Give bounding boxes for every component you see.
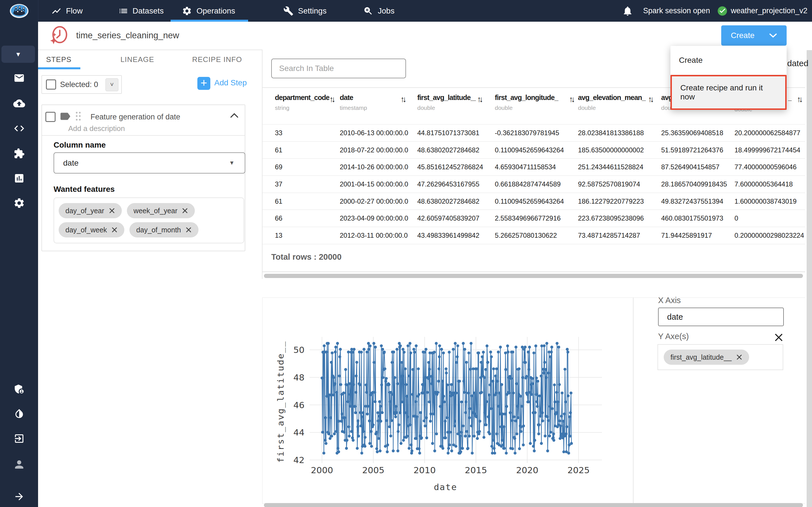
table-row[interactable]: 612000-02-27 00:00:00.048.63802027284682…: [262, 193, 805, 210]
add-step-button[interactable]: Add Step: [214, 78, 247, 87]
nav-label: Datasets: [133, 6, 164, 15]
table-cell: 71.94425891917: [661, 231, 712, 239]
project-name[interactable]: weather_projection_v2: [731, 0, 808, 22]
nav-item-datasets[interactable]: Datasets: [118, 0, 164, 22]
sidebar-item-logout[interactable]: [0, 432, 38, 445]
sidebar-item-settings[interactable]: [0, 196, 38, 210]
timeseries-chart[interactable]: 4244464850200020052010201520202025first_…: [262, 297, 633, 504]
vertical-scrollbar[interactable]: [807, 50, 812, 507]
table-cell: 47.26296453167955: [417, 180, 479, 188]
collapse-step-button[interactable]: [230, 113, 239, 118]
table-cell: 48.63802027284682: [417, 146, 479, 154]
table-row[interactable]: 612018-07-22 00:00:00.048.63802027284682…: [262, 142, 805, 159]
x-axis-input[interactable]: [658, 307, 784, 326]
column-name-value: date: [63, 159, 79, 168]
tab-steps[interactable]: STEPS: [37, 50, 80, 69]
tab-label: RECIPE INFO: [192, 55, 242, 64]
svg-text:2010: 2010: [414, 465, 436, 475]
table-row[interactable]: 372001-04-15 00:00:00.047.26296453167955…: [262, 176, 805, 193]
step-card-feature-generation: Feature generation of date Add a descrip…: [42, 105, 245, 251]
sidebar-item-mail[interactable]: [0, 71, 38, 85]
column-header-first-avg-longitude[interactable]: first_avg_longitude_ double: [495, 94, 568, 111]
sort-icon[interactable]: ↑↓: [797, 95, 801, 104]
notifications-button[interactable]: [622, 0, 633, 22]
table-cell: 186.12279220779223: [578, 198, 644, 205]
chevron-down-icon: ˅: [110, 81, 114, 89]
sidebar-item-charts[interactable]: [0, 172, 38, 185]
add-step-plus-icon[interactable]: +: [197, 77, 210, 90]
create-button[interactable]: Create: [721, 25, 786, 46]
sort-icon[interactable]: ↑↓: [569, 95, 573, 104]
list-icon: [118, 6, 128, 16]
wanted-features-box[interactable]: day_of_year week_of_year day_of_week day…: [54, 198, 244, 243]
column-name: _: [788, 94, 792, 102]
nav-item-settings[interactable]: Settings: [283, 0, 326, 22]
sort-icon[interactable]: ↑↓: [329, 95, 334, 104]
table-cell: 7.60000005364418: [734, 180, 793, 188]
nav-item-jobs[interactable]: Jobs: [363, 0, 395, 22]
drag-handle-icon[interactable]: [76, 112, 82, 121]
table-row[interactable]: 132012-03-11 00:00:00.043.49833961499842…: [262, 227, 805, 244]
column-header-avg-elevation-mean[interactable]: avg_elevation_mean_ double: [578, 94, 647, 111]
remove-chip-icon[interactable]: [182, 208, 188, 214]
active-tab-underline: [170, 20, 248, 22]
tab-lineage[interactable]: LINEAGE: [115, 50, 160, 69]
left-sidebar: ▾: [0, 22, 38, 507]
sidebar-item-plugins[interactable]: [0, 147, 38, 160]
feature-chip: week_of_year: [127, 203, 195, 218]
sidebar-item-upload[interactable]: [0, 97, 38, 110]
table-cell: 251.24344611528824: [578, 163, 644, 171]
column-name-select[interactable]: date ▼: [54, 152, 245, 173]
remove-chip-icon[interactable]: [736, 354, 742, 360]
clipped-text-dated: dated: [787, 59, 808, 68]
nav-item-operations[interactable]: Operations: [182, 0, 235, 22]
menu-item-label: Create recipe and run it now: [680, 83, 777, 101]
y-axes-chip-box[interactable]: first_avg_latitude__: [658, 344, 783, 370]
selection-menu-button[interactable]: ˅: [105, 78, 118, 91]
sort-icon[interactable]: ↑↓: [648, 95, 652, 104]
sidebar-item-code[interactable]: [0, 122, 38, 135]
app-logo[interactable]: [0, 0, 38, 22]
column-name: date: [340, 94, 367, 102]
table-cell: 0.20000000298023224: [734, 231, 804, 239]
table-cell: 13: [275, 231, 283, 239]
column-header-department-code[interactable]: department_code string: [275, 94, 329, 111]
column-name: department_code: [275, 94, 329, 102]
remove-chip-icon[interactable]: [109, 208, 115, 214]
sort-icon[interactable]: ↑↓: [477, 95, 481, 104]
tab-recipe-info[interactable]: RECIPE INFO: [192, 50, 243, 69]
table-row[interactable]: 692014-10-26 00:00:00.045.85161245278682…: [262, 159, 805, 176]
sort-icon[interactable]: ↑↓: [400, 95, 405, 104]
clear-y-axes-button[interactable]: [774, 332, 784, 342]
remove-chip-icon[interactable]: [186, 227, 192, 233]
sidebar-item-user[interactable]: [0, 458, 38, 471]
select-all-checkbox[interactable]: [46, 79, 56, 90]
column-header-date[interactable]: date timestamp: [340, 94, 367, 111]
step-description-placeholder[interactable]: Add a description: [68, 124, 125, 133]
table-horizontal-scrollbar[interactable]: [264, 274, 803, 278]
nav-label: Jobs: [378, 6, 395, 15]
table-cell: 37: [275, 180, 283, 188]
create-dropdown-menu: Create Create recipe and run it now: [670, 46, 786, 110]
search-input[interactable]: [271, 59, 406, 78]
nav-item-flow[interactable]: Flow: [51, 0, 83, 22]
table-row[interactable]: 662023-04-09 00:00:00.042.60597405839207…: [262, 210, 805, 227]
column-header-first-avg-latitude[interactable]: first_avg_latitude__ double: [417, 94, 476, 111]
sidebar-expand-button[interactable]: [0, 490, 38, 503]
sidebar-collapse-button[interactable]: ▾: [1, 46, 35, 63]
svg-text:2020: 2020: [516, 465, 539, 475]
menu-item-create-and-run[interactable]: Create recipe and run it now: [670, 75, 786, 110]
chart-horizontal-scrollbar[interactable]: [264, 503, 803, 507]
sidebar-item-theme[interactable]: [0, 407, 38, 420]
table-row[interactable]: 332010-06-13 00:00:00.044.81751071373081…: [262, 124, 805, 142]
column-type: double: [578, 105, 647, 111]
menu-item-create[interactable]: Create: [670, 46, 786, 75]
column-name: first_avg_longitude_: [495, 94, 568, 102]
remove-chip-icon[interactable]: [111, 227, 117, 233]
table-cell: 2001-04-15 00:00:00.0: [340, 180, 408, 188]
step-checkbox[interactable]: [45, 112, 56, 122]
table-cell: 66: [275, 214, 283, 222]
sidebar-item-admin[interactable]: [0, 382, 38, 396]
feature-chip-label: day_of_year: [65, 207, 104, 215]
table-cell: 460.0830175501973: [661, 214, 723, 222]
